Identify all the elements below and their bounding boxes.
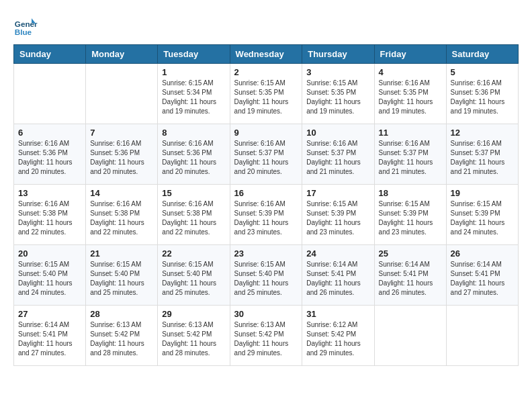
day-number: 12 [451, 128, 514, 138]
day-number: 8 [162, 128, 225, 138]
day-info: Sunrise: 6:16 AM Sunset: 5:36 PM Dayligh… [90, 139, 153, 177]
calendar-cell: 28Sunrise: 6:13 AM Sunset: 5:42 PM Dayli… [86, 306, 158, 366]
calendar-cell: 1Sunrise: 6:15 AM Sunset: 5:34 PM Daylig… [158, 64, 230, 124]
day-number: 22 [162, 248, 225, 259]
day-info: Sunrise: 6:14 AM Sunset: 5:41 PM Dayligh… [306, 260, 369, 298]
day-number: 11 [379, 128, 442, 138]
calendar-cell: 11Sunrise: 6:16 AM Sunset: 5:37 PM Dayli… [374, 124, 446, 185]
calendar-header-wednesday: Wednesday [230, 45, 302, 64]
logo: General Blue [13, 13, 40, 38]
day-number: 25 [379, 248, 442, 259]
day-number: 6 [18, 128, 81, 138]
day-number: 29 [162, 309, 225, 319]
calendar-header-monday: Monday [86, 45, 158, 64]
calendar-cell [446, 306, 518, 366]
day-number: 18 [379, 188, 442, 198]
day-info: Sunrise: 6:13 AM Sunset: 5:42 PM Dayligh… [234, 320, 298, 358]
day-number: 31 [306, 309, 369, 319]
calendar-cell: 6Sunrise: 6:16 AM Sunset: 5:36 PM Daylig… [14, 124, 86, 185]
day-info: Sunrise: 6:16 AM Sunset: 5:37 PM Dayligh… [451, 139, 514, 177]
calendar-cell: 23Sunrise: 6:15 AM Sunset: 5:40 PM Dayli… [230, 245, 302, 306]
calendar-cell: 19Sunrise: 6:15 AM Sunset: 5:39 PM Dayli… [446, 185, 518, 245]
day-info: Sunrise: 6:16 AM Sunset: 5:37 PM Dayligh… [379, 139, 442, 177]
day-number: 2 [234, 67, 298, 77]
day-info: Sunrise: 6:15 AM Sunset: 5:35 PM Dayligh… [306, 79, 369, 116]
calendar-cell [86, 64, 158, 124]
calendar-header-sunday: Sunday [14, 45, 86, 64]
day-number: 5 [451, 67, 514, 77]
day-info: Sunrise: 6:14 AM Sunset: 5:41 PM Dayligh… [451, 260, 514, 298]
calendar-table: SundayMondayTuesdayWednesdayThursdayFrid… [13, 44, 519, 366]
day-number: 30 [234, 309, 298, 319]
day-info: Sunrise: 6:16 AM Sunset: 5:39 PM Dayligh… [234, 199, 298, 237]
day-number: 14 [90, 188, 153, 198]
day-number: 26 [451, 248, 514, 259]
calendar-cell: 24Sunrise: 6:14 AM Sunset: 5:41 PM Dayli… [302, 245, 374, 306]
day-info: Sunrise: 6:15 AM Sunset: 5:39 PM Dayligh… [379, 199, 442, 237]
day-number: 1 [162, 67, 225, 77]
calendar-week-row: 20Sunrise: 6:15 AM Sunset: 5:40 PM Dayli… [14, 245, 519, 306]
calendar-cell: 5Sunrise: 6:16 AM Sunset: 5:36 PM Daylig… [446, 64, 518, 124]
day-info: Sunrise: 6:14 AM Sunset: 5:41 PM Dayligh… [379, 260, 442, 298]
calendar-cell: 15Sunrise: 6:16 AM Sunset: 5:38 PM Dayli… [158, 185, 230, 245]
calendar-cell [14, 64, 86, 124]
calendar-week-row: 1Sunrise: 6:15 AM Sunset: 5:34 PM Daylig… [14, 64, 519, 124]
day-info: Sunrise: 6:14 AM Sunset: 5:41 PM Dayligh… [18, 320, 81, 358]
day-info: Sunrise: 6:16 AM Sunset: 5:36 PM Dayligh… [162, 139, 225, 177]
calendar-header-thursday: Thursday [302, 45, 374, 64]
svg-text:Blue: Blue [15, 28, 32, 36]
day-info: Sunrise: 6:16 AM Sunset: 5:38 PM Dayligh… [162, 199, 225, 237]
day-info: Sunrise: 6:13 AM Sunset: 5:42 PM Dayligh… [162, 320, 225, 358]
page-header: General Blue [13, 13, 519, 38]
day-number: 7 [90, 128, 153, 138]
day-info: Sunrise: 6:13 AM Sunset: 5:42 PM Dayligh… [90, 320, 153, 358]
calendar-cell: 10Sunrise: 6:16 AM Sunset: 5:37 PM Dayli… [302, 124, 374, 185]
day-number: 27 [18, 309, 81, 319]
calendar-week-row: 6Sunrise: 6:16 AM Sunset: 5:36 PM Daylig… [14, 124, 519, 185]
calendar-cell: 12Sunrise: 6:16 AM Sunset: 5:37 PM Dayli… [446, 124, 518, 185]
calendar-cell: 31Sunrise: 6:12 AM Sunset: 5:42 PM Dayli… [302, 306, 374, 366]
day-number: 10 [306, 128, 369, 138]
day-number: 24 [306, 248, 369, 259]
day-number: 3 [306, 67, 369, 77]
day-info: Sunrise: 6:15 AM Sunset: 5:39 PM Dayligh… [451, 199, 514, 237]
day-number: 21 [90, 248, 153, 259]
day-number: 17 [306, 188, 369, 198]
day-number: 4 [379, 67, 442, 77]
day-number: 15 [162, 188, 225, 198]
calendar-cell: 4Sunrise: 6:16 AM Sunset: 5:35 PM Daylig… [374, 64, 446, 124]
calendar-cell: 17Sunrise: 6:15 AM Sunset: 5:39 PM Dayli… [302, 185, 374, 245]
calendar-cell: 9Sunrise: 6:16 AM Sunset: 5:37 PM Daylig… [230, 124, 302, 185]
day-info: Sunrise: 6:15 AM Sunset: 5:40 PM Dayligh… [162, 260, 225, 298]
day-info: Sunrise: 6:15 AM Sunset: 5:35 PM Dayligh… [234, 79, 298, 116]
calendar-cell: 16Sunrise: 6:16 AM Sunset: 5:39 PM Dayli… [230, 185, 302, 245]
day-info: Sunrise: 6:16 AM Sunset: 5:38 PM Dayligh… [18, 199, 81, 237]
calendar-cell: 13Sunrise: 6:16 AM Sunset: 5:38 PM Dayli… [14, 185, 86, 245]
day-info: Sunrise: 6:16 AM Sunset: 5:37 PM Dayligh… [234, 139, 298, 177]
calendar-cell: 2Sunrise: 6:15 AM Sunset: 5:35 PM Daylig… [230, 64, 302, 124]
calendar-cell: 30Sunrise: 6:13 AM Sunset: 5:42 PM Dayli… [230, 306, 302, 366]
day-number: 23 [234, 248, 298, 259]
calendar-cell [374, 306, 446, 366]
calendar-cell: 22Sunrise: 6:15 AM Sunset: 5:40 PM Dayli… [158, 245, 230, 306]
day-info: Sunrise: 6:15 AM Sunset: 5:40 PM Dayligh… [18, 260, 81, 298]
day-info: Sunrise: 6:15 AM Sunset: 5:40 PM Dayligh… [90, 260, 153, 298]
calendar-header-row: SundayMondayTuesdayWednesdayThursdayFrid… [14, 45, 519, 64]
day-number: 9 [234, 128, 298, 138]
logo-icon: General Blue [13, 13, 38, 38]
calendar-week-row: 27Sunrise: 6:14 AM Sunset: 5:41 PM Dayli… [14, 306, 519, 366]
calendar-week-row: 13Sunrise: 6:16 AM Sunset: 5:38 PM Dayli… [14, 185, 519, 245]
day-info: Sunrise: 6:12 AM Sunset: 5:42 PM Dayligh… [306, 320, 369, 358]
day-number: 20 [18, 248, 81, 259]
calendar-cell: 14Sunrise: 6:16 AM Sunset: 5:38 PM Dayli… [86, 185, 158, 245]
calendar-header-friday: Friday [374, 45, 446, 64]
calendar-cell: 26Sunrise: 6:14 AM Sunset: 5:41 PM Dayli… [446, 245, 518, 306]
calendar-cell: 3Sunrise: 6:15 AM Sunset: 5:35 PM Daylig… [302, 64, 374, 124]
day-info: Sunrise: 6:16 AM Sunset: 5:37 PM Dayligh… [306, 139, 369, 177]
calendar-cell: 8Sunrise: 6:16 AM Sunset: 5:36 PM Daylig… [158, 124, 230, 185]
calendar-cell: 25Sunrise: 6:14 AM Sunset: 5:41 PM Dayli… [374, 245, 446, 306]
day-number: 19 [451, 188, 514, 198]
calendar-cell: 29Sunrise: 6:13 AM Sunset: 5:42 PM Dayli… [158, 306, 230, 366]
day-info: Sunrise: 6:16 AM Sunset: 5:35 PM Dayligh… [379, 79, 442, 116]
day-number: 28 [90, 309, 153, 319]
